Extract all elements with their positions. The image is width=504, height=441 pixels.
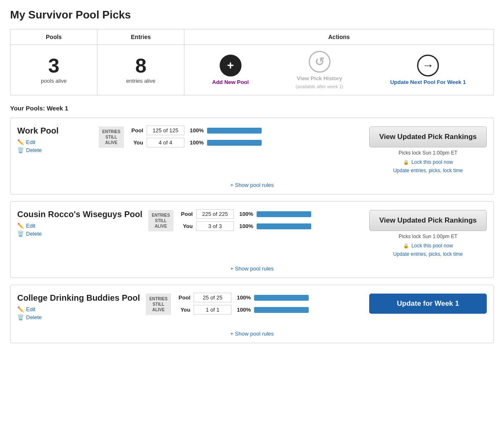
you-stat-row-work-pool: You 4 of 4 100% bbox=[130, 138, 262, 147]
pool-name-work-pool: Work Pool bbox=[17, 126, 93, 136]
edit-link-college-drinking-pool[interactable]: ✏️ Edit bbox=[17, 306, 140, 312]
pool-value-college-drinking-pool: 25 of 25 bbox=[194, 293, 231, 302]
pool-progress-work-pool bbox=[207, 128, 262, 134]
entries-count-cell: 8 entries alive bbox=[97, 45, 184, 95]
delete-label-cousin-rocco-pool: Delete bbox=[26, 231, 42, 237]
you-fill-work-pool bbox=[207, 140, 262, 146]
actions-cell: + Add New Pool ↺ View Pick History (avai… bbox=[184, 45, 494, 95]
update-next-pool-action[interactable]: → Update Next Pool For Week 1 bbox=[390, 55, 466, 85]
pool-label-work-pool: Pool bbox=[130, 127, 143, 134]
show-rules-cousin-rocco-pool[interactable]: + Show pool rules bbox=[17, 261, 487, 278]
actions-col-header: Actions bbox=[184, 29, 494, 45]
action-area-college-drinking-pool: Update for Week 1 bbox=[369, 293, 487, 314]
update-btn-college-drinking-pool[interactable]: Update for Week 1 bbox=[369, 294, 487, 314]
delete-link-college-drinking-pool[interactable]: 🗑️ Delete bbox=[17, 314, 140, 320]
you-progress-college-drinking-pool bbox=[254, 307, 309, 313]
rankings-btn-work-pool[interactable]: View Updated Pick Rankings bbox=[369, 126, 487, 147]
pools-count-cell: 3 pools alive bbox=[10, 45, 97, 95]
lock-link-wrap-cousin-rocco-pool: 🔒 Lock this pool now bbox=[403, 242, 453, 249]
you-pct-college-drinking-pool: 100% bbox=[235, 307, 251, 313]
action-area-cousin-rocco-pool: View Updated Pick Rankings Picks lock Su… bbox=[369, 209, 487, 257]
page-title: My Survivor Pool Picks bbox=[10, 8, 494, 21]
you-progress-cousin-rocco-pool bbox=[257, 223, 311, 229]
edit-label-cousin-rocco-pool: Edit bbox=[26, 223, 35, 229]
pool-fill-work-pool bbox=[207, 128, 262, 134]
pool-stats-cousin-rocco-pool: Pool 225 of 225 100% You 3 of 3 100% bbox=[179, 209, 311, 231]
pool-name-cousin-rocco-pool: Cousin Rocco's Wiseguys Pool bbox=[17, 209, 142, 219]
add-new-pool-action[interactable]: + Add New Pool bbox=[212, 55, 249, 85]
delete-link-work-pool[interactable]: 🗑️ Delete bbox=[17, 147, 93, 153]
you-pct-cousin-rocco-pool: 100% bbox=[237, 223, 253, 229]
pool-card-work-pool: Work Pool ✏️ Edit 🗑️ Delete ENTRIESSTILL… bbox=[10, 118, 494, 194]
trash-icon-college-drinking-pool: 🗑️ bbox=[17, 314, 24, 320]
pool-stats-college-drinking-pool: Pool 25 of 25 100% You 1 of 1 100% bbox=[177, 293, 309, 315]
section-heading: Your Pools: Week 1 bbox=[10, 105, 494, 112]
lock-icon-work-pool: 🔒 bbox=[403, 160, 409, 165]
entries-badge-work-pool: ENTRIESSTILLALIVE bbox=[99, 126, 124, 148]
edit-label-work-pool: Edit bbox=[26, 139, 35, 145]
you-value-cousin-rocco-pool: 3 of 3 bbox=[196, 221, 234, 231]
pool-cards-container: Work Pool ✏️ Edit 🗑️ Delete ENTRIESSTILL… bbox=[10, 118, 494, 343]
you-pct-work-pool: 100% bbox=[188, 139, 204, 146]
pool-label-cousin-rocco-pool: Pool bbox=[179, 211, 193, 217]
pool-info-cousin-rocco-pool: Cousin Rocco's Wiseguys Pool ✏️ Edit 🗑️ … bbox=[17, 209, 142, 239]
lock-link-cousin-rocco-pool[interactable]: Lock this pool now bbox=[412, 243, 453, 249]
pool-name-college-drinking-pool: College Drinking Buddies Pool bbox=[17, 293, 140, 303]
you-fill-cousin-rocco-pool bbox=[257, 223, 311, 229]
you-fill-college-drinking-pool bbox=[254, 307, 309, 313]
update-next-icon: → bbox=[417, 55, 439, 76]
you-progress-work-pool bbox=[207, 140, 262, 146]
history-label: View Pick History bbox=[297, 75, 342, 81]
pool-label-college-drinking-pool: Pool bbox=[177, 294, 190, 301]
pool-card-cousin-rocco-pool: Cousin Rocco's Wiseguys Pool ✏️ Edit 🗑️ … bbox=[10, 201, 494, 278]
pool-stat-row-cousin-rocco-pool: Pool 225 of 225 100% bbox=[179, 209, 311, 219]
view-pick-history-action: ↺ View Pick History (available after wee… bbox=[296, 51, 344, 89]
edit-link-cousin-rocco-pool[interactable]: ✏️ Edit bbox=[17, 223, 142, 229]
you-value-college-drinking-pool: 1 of 1 bbox=[194, 305, 231, 315]
delete-label-work-pool: Delete bbox=[26, 147, 42, 153]
you-stat-row-cousin-rocco-pool: You 3 of 3 100% bbox=[179, 221, 311, 231]
pool-card-college-drinking-pool: College Drinking Buddies Pool ✏️ Edit 🗑️… bbox=[10, 285, 494, 343]
delete-label-college-drinking-pool: Delete bbox=[26, 314, 42, 320]
pool-pct-cousin-rocco-pool: 100% bbox=[237, 211, 253, 217]
edit-label-college-drinking-pool: Edit bbox=[26, 306, 35, 312]
edit-link-work-pool[interactable]: ✏️ Edit bbox=[17, 139, 93, 145]
trash-icon-cousin-rocco-pool: 🗑️ bbox=[17, 231, 24, 237]
update-link-cousin-rocco-pool[interactable]: Update entries, picks, lock time bbox=[393, 251, 463, 257]
trash-icon-work-pool: 🗑️ bbox=[17, 147, 24, 153]
entries-badge-college-drinking-pool: ENTRIESSTILLALIVE bbox=[146, 294, 171, 315]
lock-icon-cousin-rocco-pool: 🔒 bbox=[403, 243, 409, 248]
pool-progress-cousin-rocco-pool bbox=[257, 211, 311, 217]
pool-info-work-pool: Work Pool ✏️ Edit 🗑️ Delete bbox=[17, 126, 93, 155]
pool-fill-cousin-rocco-pool bbox=[257, 211, 311, 217]
entries-label: entries alive bbox=[102, 78, 180, 84]
pool-progress-college-drinking-pool bbox=[254, 295, 309, 301]
lock-info-cousin-rocco-pool: Picks lock Sun 1:00pm ET bbox=[399, 234, 457, 239]
show-rules-college-drinking-pool[interactable]: + Show pool rules bbox=[17, 326, 487, 343]
delete-link-cousin-rocco-pool[interactable]: 🗑️ Delete bbox=[17, 231, 142, 237]
lock-link-work-pool[interactable]: Lock this pool now bbox=[412, 159, 453, 165]
update-next-label: Update Next Pool For Week 1 bbox=[390, 79, 466, 85]
you-label-college-drinking-pool: You bbox=[177, 307, 190, 313]
pool-pct-work-pool: 100% bbox=[188, 127, 204, 134]
pool-value-cousin-rocco-pool: 225 of 225 bbox=[196, 209, 234, 219]
pools-col-header: Pools bbox=[10, 29, 97, 45]
pool-stat-row-work-pool: Pool 125 of 125 100% bbox=[130, 126, 262, 135]
update-link-work-pool[interactable]: Update entries, picks, lock time bbox=[393, 168, 463, 173]
add-pool-label: Add New Pool bbox=[212, 79, 249, 85]
pool-stats-work-pool: Pool 125 of 125 100% You 4 of 4 100% bbox=[130, 126, 262, 147]
pool-value-work-pool: 125 of 125 bbox=[147, 126, 184, 135]
show-rules-work-pool[interactable]: + Show pool rules bbox=[17, 178, 487, 194]
edit-icon-work-pool: ✏️ bbox=[17, 139, 24, 145]
entries-count: 8 bbox=[102, 56, 180, 76]
you-stat-row-college-drinking-pool: You 1 of 1 100% bbox=[177, 305, 309, 315]
lock-link-wrap-work-pool: 🔒 Lock this pool now bbox=[403, 158, 453, 165]
summary-table: Pools Entries Actions 3 pools alive 8 en… bbox=[10, 29, 494, 95]
rankings-btn-cousin-rocco-pool[interactable]: View Updated Pick Rankings bbox=[369, 210, 487, 231]
entries-badge-cousin-rocco-pool: ENTRIESSTILLALIVE bbox=[148, 210, 173, 231]
pool-fill-college-drinking-pool bbox=[254, 295, 309, 301]
you-label-cousin-rocco-pool: You bbox=[179, 223, 193, 229]
you-label-work-pool: You bbox=[130, 139, 143, 146]
pool-stat-row-college-drinking-pool: Pool 25 of 25 100% bbox=[177, 293, 309, 302]
pool-info-college-drinking-pool: College Drinking Buddies Pool ✏️ Edit 🗑️… bbox=[17, 293, 140, 322]
